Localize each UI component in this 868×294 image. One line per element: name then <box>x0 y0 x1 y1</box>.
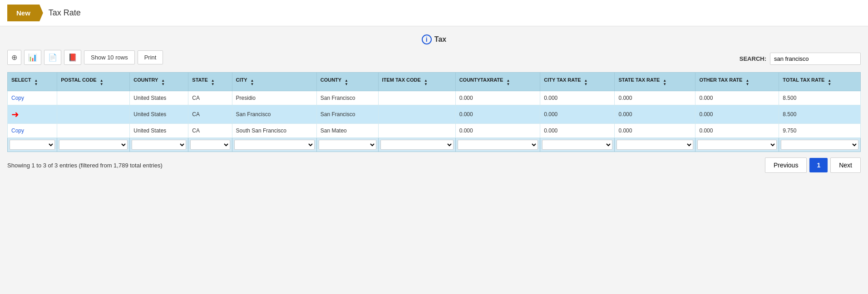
cell-state: CA <box>188 105 232 124</box>
cell-country: United States <box>130 91 188 105</box>
cell-postal-code <box>57 91 130 105</box>
cell-other-tax-rate: 0.000 <box>695 124 779 138</box>
cell-county-tax-rate: 0.000 <box>455 124 540 138</box>
pdf-icon-button[interactable]: 📕 <box>64 50 81 65</box>
pagination-buttons: Previous 1 Next <box>765 157 861 173</box>
cell-county-tax-rate: 0.000 <box>455 91 540 105</box>
cell-state: CA <box>188 91 232 105</box>
table-row: CopyUnited StatesCAPresidioSan Francisco… <box>8 91 861 105</box>
col-county[interactable]: COUNTY ▲▼ <box>316 73 378 91</box>
cell-county: San Francisco <box>316 91 378 105</box>
next-button[interactable]: Next <box>830 157 861 173</box>
top-bar: New Tax Rate <box>0 0 868 26</box>
toolbar: ⊕ 📊 📄 📕 Show 10 rows Print <box>7 50 163 65</box>
cell-country: United States <box>130 105 188 124</box>
cell-county: San Francisco <box>316 105 378 124</box>
new-button[interactable]: New <box>7 5 43 21</box>
print-button[interactable]: Print <box>138 50 163 64</box>
tax-rate-table: SELECT ▲▼ POSTAL CODE ▲▼ COUNTRY ▲▼ STAT… <box>7 72 861 152</box>
cell-city: Presidio <box>232 91 316 105</box>
page-content: i Tax ⊕ 📊 📄 📕 Show 10 rows Print SEARCH:… <box>0 26 868 177</box>
arrow-indicator: ➜ <box>11 109 19 119</box>
table-row: CopyUnited StatesCASouth San FranciscoSa… <box>8 124 861 138</box>
filter-county-tax-rate[interactable] <box>458 140 538 150</box>
filter-city[interactable] <box>234 140 315 150</box>
search-area: SEARCH: <box>740 53 861 65</box>
col-select[interactable]: SELECT ▲▼ <box>8 73 57 91</box>
table-header-row: SELECT ▲▼ POSTAL CODE ▲▼ COUNTRY ▲▼ STAT… <box>8 73 861 91</box>
cell-city-tax-rate: 0.000 <box>540 124 615 138</box>
cell-total-tax-rate: 8.500 <box>779 91 861 105</box>
cell-city-tax-rate: 0.000 <box>540 105 615 124</box>
col-other-tax-rate[interactable]: OTHER TAX RATE ▲▼ <box>695 73 779 91</box>
cell-state-tax-rate: 0.000 <box>615 91 695 105</box>
tax-title: Tax <box>434 35 446 44</box>
cell-city: San Francisco <box>232 105 316 124</box>
title-row: i Tax <box>7 34 861 44</box>
filter-city-tax-rate[interactable] <box>542 140 612 150</box>
copy-icon-button[interactable]: ⊕ <box>7 50 21 65</box>
cell-other-tax-rate: 0.000 <box>695 105 779 124</box>
excel-icon-button[interactable]: 📊 <box>24 50 41 65</box>
info-icon: i <box>422 34 432 44</box>
copy-link[interactable]: Copy <box>11 95 24 101</box>
cell-total-tax-rate: 9.750 <box>779 124 861 138</box>
show-rows-button[interactable]: Show 10 rows <box>84 50 135 64</box>
cell-county: San Mateo <box>316 124 378 138</box>
filter-country[interactable] <box>132 140 186 150</box>
col-county-tax-rate[interactable]: COUNTYTAXRATE ▲▼ <box>455 73 540 91</box>
pagination-area: Showing 1 to 3 of 3 entries (filtered fr… <box>7 157 861 173</box>
col-country[interactable]: COUNTRY ▲▼ <box>130 73 188 91</box>
col-city[interactable]: CITY ▲▼ <box>232 73 316 91</box>
filter-county[interactable] <box>319 140 376 150</box>
cell-country: United States <box>130 124 188 138</box>
cell-postal-code <box>57 105 130 124</box>
page-title: Tax Rate <box>49 8 81 18</box>
filter-select[interactable] <box>10 140 55 150</box>
col-item-tax-code[interactable]: ITEM TAX CODE ▲▼ <box>378 73 455 91</box>
copy-link[interactable]: Copy <box>11 127 24 134</box>
filter-postal-code[interactable] <box>59 140 128 150</box>
file-icon-button[interactable]: 📄 <box>44 50 61 65</box>
filter-state[interactable] <box>190 140 230 150</box>
table-wrap: SELECT ▲▼ POSTAL CODE ▲▼ COUNTRY ▲▼ STAT… <box>7 72 861 152</box>
cell-item-tax-code <box>378 124 455 138</box>
cell-item-tax-code <box>378 105 455 124</box>
col-total-tax-rate[interactable]: TOTAL TAX RATE ▲▼ <box>779 73 861 91</box>
cell-city: South San Francisco <box>232 124 316 138</box>
col-postal-code[interactable]: POSTAL CODE ▲▼ <box>57 73 130 91</box>
cell-state: CA <box>188 124 232 138</box>
filter-state-tax-rate[interactable] <box>616 140 693 150</box>
cell-state-tax-rate: 0.000 <box>615 105 695 124</box>
filter-other-tax-rate[interactable] <box>697 140 777 150</box>
filter-total-tax-rate[interactable] <box>781 140 858 150</box>
search-input[interactable] <box>770 53 861 65</box>
cell-other-tax-rate: 0.000 <box>695 91 779 105</box>
col-city-tax-rate[interactable]: CITY TAX RATE ▲▼ <box>540 73 615 91</box>
table-row: ➜United StatesCASan FranciscoSan Francis… <box>8 105 861 124</box>
showing-text: Showing 1 to 3 of 3 entries (filtered fr… <box>7 162 163 169</box>
filter-row <box>8 138 861 152</box>
cell-item-tax-code <box>378 91 455 105</box>
col-state[interactable]: STATE ▲▼ <box>188 73 232 91</box>
cell-county-tax-rate: 0.000 <box>455 105 540 124</box>
search-label: SEARCH: <box>740 55 766 62</box>
cell-postal-code <box>57 124 130 138</box>
col-state-tax-rate[interactable]: STATE TAX RATE ▲▼ <box>615 73 695 91</box>
cell-total-tax-rate: 8.500 <box>779 105 861 124</box>
cell-city-tax-rate: 0.000 <box>540 91 615 105</box>
previous-button[interactable]: Previous <box>765 157 807 173</box>
cell-state-tax-rate: 0.000 <box>615 124 695 138</box>
filter-item-tax-code[interactable] <box>380 140 454 150</box>
page-number-1[interactable]: 1 <box>809 158 828 172</box>
